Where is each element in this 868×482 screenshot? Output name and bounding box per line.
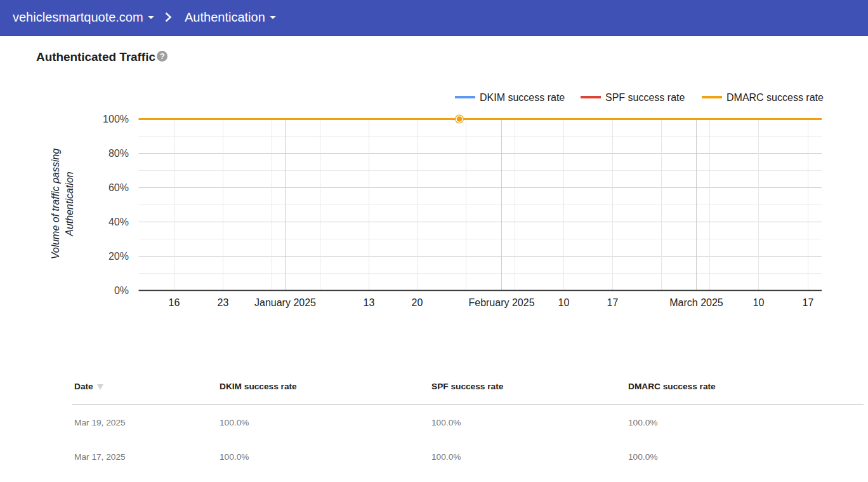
svg-text:10: 10 [753,297,765,308]
svg-text:March 2025: March 2025 [669,297,723,308]
svg-text:Authentication: Authentication [64,171,75,237]
svg-text:100%: 100% [103,114,129,124]
svg-text:17: 17 [607,297,619,308]
svg-text:January 2025: January 2025 [254,297,316,308]
svg-text:17: 17 [803,297,814,308]
svg-text:0%: 0% [114,285,129,296]
svg-text:10: 10 [558,297,570,308]
svg-text:SPF success rate: SPF success rate [605,92,685,103]
svg-text:60%: 60% [109,182,129,193]
svg-text:February 2025: February 2025 [468,297,534,308]
svg-text:40%: 40% [109,217,129,227]
svg-text:20: 20 [412,297,423,308]
svg-text:23: 23 [218,297,229,308]
svg-text:80%: 80% [109,148,129,159]
svg-text:13: 13 [364,297,375,308]
svg-text:20%: 20% [109,251,129,262]
svg-text:16: 16 [169,297,180,308]
svg-text:Volume of traffic passing: Volume of traffic passing [50,149,61,260]
svg-text:DMARC success rate: DMARC success rate [727,92,824,103]
svg-text:DKIM success rate: DKIM success rate [480,92,565,103]
